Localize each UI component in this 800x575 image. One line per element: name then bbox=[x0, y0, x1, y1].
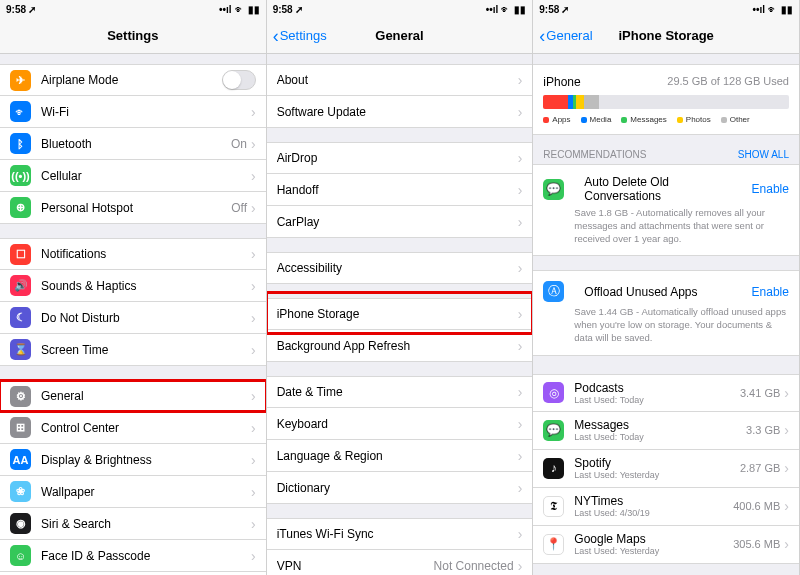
nav-bar: Settings bbox=[0, 18, 266, 54]
app-row-nytimes[interactable]: 𝕿NYTimesLast Used: 4/30/19400.6 MB› bbox=[533, 488, 799, 526]
storage-content[interactable]: iPhone29.5 GB of 128 GB UsedAppsMediaMes… bbox=[533, 54, 799, 575]
settings-row-do-not-disturb[interactable]: ☾Do Not Disturb› bbox=[0, 302, 266, 334]
general-row-about[interactable]: About› bbox=[267, 64, 533, 96]
chevron-right-icon: › bbox=[251, 246, 256, 262]
chevron-right-icon: › bbox=[518, 306, 523, 322]
general-screen: 9:58➚ ••ılᯤ▮▮ ‹Settings General About›So… bbox=[267, 0, 534, 575]
airplane-mode-icon: ✈ bbox=[10, 70, 31, 91]
app-size: 305.6 MB bbox=[733, 538, 780, 550]
settings-list[interactable]: ✈Airplane ModeᯤWi-Fi›ᛒBluetoothOn›((•))C… bbox=[0, 54, 266, 575]
storage-summary: iPhone29.5 GB of 128 GB UsedAppsMediaMes… bbox=[533, 64, 799, 135]
general-row-itunes-wi-fi-sync[interactable]: iTunes Wi-Fi Sync› bbox=[267, 518, 533, 550]
toggle-switch[interactable] bbox=[222, 70, 256, 90]
general-row-airdrop[interactable]: AirDrop› bbox=[267, 142, 533, 174]
storage-segment-apps bbox=[543, 95, 568, 109]
row-value: Not Connected bbox=[434, 559, 514, 573]
recommendation-description: Save 1.44 GB - Automatically offload unu… bbox=[543, 306, 789, 344]
chevron-right-icon: › bbox=[784, 460, 789, 476]
settings-row-siri-search[interactable]: ◉Siri & Search› bbox=[0, 508, 266, 540]
settings-row-notifications[interactable]: ☐Notifications› bbox=[0, 238, 266, 270]
chevron-right-icon: › bbox=[251, 104, 256, 120]
chevron-right-icon: › bbox=[251, 310, 256, 326]
general-list[interactable]: About›Software Update›AirDrop›Handoff›Ca… bbox=[267, 54, 533, 575]
row-label: Sounds & Haptics bbox=[41, 279, 251, 293]
wifi-status-icon: ᯤ bbox=[235, 4, 245, 15]
app-name: Messages bbox=[574, 418, 746, 432]
general-row-software-update[interactable]: Software Update› bbox=[267, 96, 533, 128]
back-button[interactable]: ‹Settings bbox=[273, 27, 327, 45]
back-button[interactable]: ‹General bbox=[539, 27, 592, 45]
enable-button[interactable]: Enable bbox=[752, 182, 789, 196]
row-value: Off bbox=[231, 201, 247, 215]
app-row-messages[interactable]: 💬MessagesLast Used: Today3.3 GB› bbox=[533, 412, 799, 450]
chevron-right-icon: › bbox=[518, 104, 523, 120]
chevron-right-icon: › bbox=[518, 448, 523, 464]
legend-item: Messages bbox=[621, 115, 666, 124]
recommendation-card: 💬Auto Delete Old ConversationsEnableSave… bbox=[533, 164, 799, 256]
general-row-accessibility[interactable]: Accessibility› bbox=[267, 252, 533, 284]
googlemaps-app-icon: 📍 bbox=[543, 534, 564, 555]
location-arrow-icon: ➚ bbox=[561, 4, 569, 15]
settings-row-bluetooth[interactable]: ᛒBluetoothOn› bbox=[0, 128, 266, 160]
chevron-right-icon: › bbox=[518, 72, 523, 88]
general-row-iphone-storage[interactable]: iPhone Storage› bbox=[267, 298, 533, 330]
legend-label: Media bbox=[590, 115, 612, 124]
iphone-storage-screen: 9:58➚ ••ılᯤ▮▮ ‹General iPhone Storage iP… bbox=[533, 0, 800, 575]
messages-app-icon: 💬 bbox=[543, 179, 564, 200]
general-row-background-app-refresh[interactable]: Background App Refresh› bbox=[267, 330, 533, 362]
show-all-button[interactable]: SHOW ALL bbox=[738, 149, 789, 160]
chevron-right-icon: › bbox=[518, 526, 523, 542]
general-row-dictionary[interactable]: Dictionary› bbox=[267, 472, 533, 504]
general-row-language-region[interactable]: Language & Region› bbox=[267, 440, 533, 472]
row-label: General bbox=[41, 389, 251, 403]
status-bar: 9:58➚ ••ılᯤ▮▮ bbox=[0, 0, 266, 18]
legend-dot-icon bbox=[581, 117, 587, 123]
settings-row-cellular[interactable]: ((•))Cellular› bbox=[0, 160, 266, 192]
app-size: 2.87 GB bbox=[740, 462, 780, 474]
signal-icon: ••ıl bbox=[486, 4, 499, 15]
settings-row-personal-hotspot[interactable]: ⊕Personal HotspotOff› bbox=[0, 192, 266, 224]
row-label: Notifications bbox=[41, 247, 251, 261]
chevron-right-icon: › bbox=[784, 385, 789, 401]
general-row-vpn[interactable]: VPNNot Connected› bbox=[267, 550, 533, 575]
dnd-icon: ☾ bbox=[10, 307, 31, 328]
settings-row-screen-time[interactable]: ⌛Screen Time› bbox=[0, 334, 266, 366]
legend-label: Other bbox=[730, 115, 750, 124]
chevron-right-icon: › bbox=[518, 150, 523, 166]
chevron-right-icon: › bbox=[518, 384, 523, 400]
app-row-google-maps[interactable]: 📍Google MapsLast Used: Yesterday305.6 MB… bbox=[533, 526, 799, 564]
general-row-date-time[interactable]: Date & Time› bbox=[267, 376, 533, 408]
wifi-icon: ᯤ bbox=[10, 101, 31, 122]
status-time: 9:58 bbox=[273, 4, 293, 15]
general-row-keyboard[interactable]: Keyboard› bbox=[267, 408, 533, 440]
settings-row-general[interactable]: ⚙General› bbox=[0, 380, 266, 412]
app-row-podcasts[interactable]: ◎PodcastsLast Used: Today3.41 GB› bbox=[533, 374, 799, 412]
general-row-handoff[interactable]: Handoff› bbox=[267, 174, 533, 206]
settings-row-control-center[interactable]: ⊞Control Center› bbox=[0, 412, 266, 444]
back-label: General bbox=[546, 28, 592, 43]
status-bar: 9:58➚ ••ılᯤ▮▮ bbox=[533, 0, 799, 18]
device-name: iPhone bbox=[543, 75, 580, 89]
row-label: Do Not Disturb bbox=[41, 311, 251, 325]
page-title: iPhone Storage bbox=[618, 28, 713, 43]
app-row-spotify[interactable]: ♪SpotifyLast Used: Yesterday2.87 GB› bbox=[533, 450, 799, 488]
chevron-left-icon: ‹ bbox=[273, 27, 279, 45]
settings-row-wallpaper[interactable]: ❀Wallpaper› bbox=[0, 476, 266, 508]
chevron-right-icon: › bbox=[518, 214, 523, 230]
row-label: Screen Time bbox=[41, 343, 251, 357]
settings-row-sounds-haptics[interactable]: 🔊Sounds & Haptics› bbox=[0, 270, 266, 302]
general-row-carplay[interactable]: CarPlay› bbox=[267, 206, 533, 238]
settings-row-wi-fi[interactable]: ᯤWi-Fi› bbox=[0, 96, 266, 128]
settings-row-face-id-passcode[interactable]: ☺Face ID & Passcode› bbox=[0, 540, 266, 572]
spotify-app-icon: ♪ bbox=[543, 458, 564, 479]
chevron-right-icon: › bbox=[251, 168, 256, 184]
settings-row-display-brightness[interactable]: AADisplay & Brightness› bbox=[0, 444, 266, 476]
row-label: Wi-Fi bbox=[41, 105, 251, 119]
enable-button[interactable]: Enable bbox=[752, 285, 789, 299]
signal-icon: ••ıl bbox=[219, 4, 232, 15]
app-last-used: Last Used: Today bbox=[574, 432, 746, 442]
row-label: Software Update bbox=[277, 105, 518, 119]
settings-row-airplane-mode[interactable]: ✈Airplane Mode bbox=[0, 64, 266, 96]
chevron-right-icon: › bbox=[784, 536, 789, 552]
row-label: Bluetooth bbox=[41, 137, 231, 151]
